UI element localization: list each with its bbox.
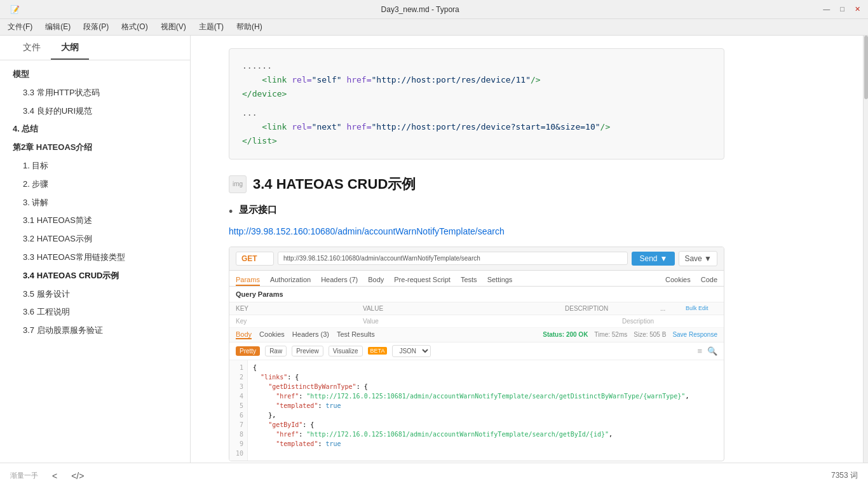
- tab-auth[interactable]: Authorization: [270, 273, 311, 286]
- tab-params[interactable]: Params: [236, 273, 260, 286]
- code-line-list-close: </list>: [242, 134, 711, 148]
- url-input[interactable]: http://39.98.152.160:10680/admin/account…: [278, 252, 628, 265]
- code-spacer: [242, 101, 711, 106]
- menu-theme[interactable]: 主题(T): [194, 20, 229, 34]
- content-link-postman[interactable]: http://39.98.152.160:10680/admin/account…: [229, 226, 724, 236]
- resp-tab-headers[interactable]: Headers (3): [292, 330, 329, 339]
- menubar: 文件(F) 编辑(E) 段落(P) 格式(O) 视图(V) 主题(T) 帮助(H…: [0, 19, 868, 36]
- params-table-header: KEY VALUE DESCRIPTION ... Bulk Edit: [229, 302, 724, 315]
- response-view-bar: Pretty Raw Preview Visualize BETA JSON ≡…: [229, 342, 724, 360]
- resp-tab-body[interactable]: Body: [236, 330, 252, 339]
- code-dots: ......: [242, 59, 711, 73]
- search-icon[interactable]: 🔍: [707, 346, 717, 356]
- response-bar: Body Cookies Headers (3) Test Results St…: [229, 328, 724, 342]
- content-inner: ...... <link rel="self" href="http://hos…: [191, 36, 763, 463]
- bullet-item: • 显示接口: [229, 204, 724, 220]
- preview-btn[interactable]: Preview: [292, 346, 323, 356]
- titlebar-title: Day3_new.md - Typora: [20, 5, 820, 14]
- response-meta: Status: 200 OK Time: 52ms Size: 505 B Sa…: [543, 331, 717, 338]
- outline-item-hateoas-intro[interactable]: 3.1 HATEOAS简述: [0, 212, 190, 230]
- tab-code[interactable]: Code: [701, 273, 717, 286]
- outline-item-model[interactable]: 模型: [0, 65, 190, 84]
- watermark: 渐量一手: [10, 471, 38, 480]
- titlebar-icon: 📝: [5, 5, 20, 14]
- json-text: { "links": { "getDistinctByWarnType": { …: [248, 360, 694, 461]
- status-badge: Status: 200 OK: [543, 331, 588, 338]
- scrollbar-thumb: [864, 36, 868, 99]
- code-line-link-next: <link rel="next" href="http://host:port/…: [242, 120, 711, 134]
- maximize-button[interactable]: □: [837, 5, 847, 13]
- outline-item-http-status[interactable]: 3.3 常用HTTP状态码: [0, 84, 190, 102]
- tab-pre-request[interactable]: Pre-request Script: [394, 273, 451, 286]
- resp-tab-tests[interactable]: Test Results: [337, 330, 375, 339]
- outline-item-engineering[interactable]: 3.6 工程说明: [0, 303, 190, 322]
- outline-item-hateoas-links[interactable]: 3.3 HATEOAS常用链接类型: [0, 248, 190, 267]
- outline-item-summary[interactable]: 4. 总结: [0, 120, 190, 139]
- size-meta: Size: 505 B: [634, 331, 666, 338]
- outline-item-hateoas-example[interactable]: 3.2 HATEOAS示例: [0, 230, 190, 248]
- params-table-row: Key Value Description: [229, 315, 724, 328]
- row-desc[interactable]: Description: [622, 318, 717, 325]
- row-value[interactable]: Value: [363, 318, 622, 325]
- resp-tab-cookies[interactable]: Cookies: [259, 330, 285, 339]
- menu-view[interactable]: 视图(V): [156, 20, 191, 34]
- minimize-button[interactable]: —: [820, 5, 832, 13]
- save-arrow: ▼: [704, 254, 712, 263]
- word-wrap-icon[interactable]: ≡: [697, 346, 702, 356]
- outline-item-explain[interactable]: 3. 讲解: [0, 194, 190, 212]
- nav-code[interactable]: </>: [67, 470, 88, 482]
- tab-headers[interactable]: Headers (7): [321, 273, 358, 286]
- right-scrollbar[interactable]: [863, 36, 868, 463]
- send-arrow: ▼: [660, 254, 668, 263]
- beta-badge: BETA: [368, 347, 388, 355]
- outline-item-service-design[interactable]: 3.5 服务设计: [0, 285, 190, 304]
- outline-item-hateoas-crud[interactable]: 3.4 HATEOAS CRUD示例: [0, 267, 190, 285]
- tab-files[interactable]: 文件: [13, 36, 51, 60]
- bulk-edit[interactable]: Bulk Edit: [686, 305, 717, 312]
- outline-item-stocks[interactable]: 3.7 启动股票服务验证: [0, 322, 190, 340]
- postman-request-tabs: Params Authorization Headers (7) Body Pr…: [229, 271, 724, 287]
- tab-outline[interactable]: 大纲: [51, 36, 89, 60]
- section-icon: img: [229, 175, 247, 193]
- raw-btn[interactable]: Raw: [265, 346, 287, 356]
- bullet-dot: •: [229, 204, 233, 220]
- nav-prev[interactable]: <: [48, 470, 61, 482]
- pretty-btn[interactable]: Pretty: [236, 346, 260, 356]
- outline-item-goal[interactable]: 1. 目标: [0, 157, 190, 175]
- section-heading: img 3.4 HATEOAS CRUD示例: [229, 175, 724, 194]
- code-line-device-close: </device>: [242, 87, 711, 101]
- menu-edit[interactable]: 编辑(E): [40, 20, 76, 34]
- code-dots2: ...: [242, 106, 711, 120]
- menu-file[interactable]: 文件(F): [3, 20, 37, 34]
- save-button[interactable]: Save ▼: [679, 251, 717, 266]
- close-button[interactable]: ✕: [852, 5, 863, 13]
- tab-tests[interactable]: Tests: [461, 273, 477, 286]
- send-label: Send: [639, 254, 657, 263]
- section-title: 3.4 HATEOAS CRUD示例: [253, 175, 416, 194]
- visualize-btn[interactable]: Visualize: [329, 346, 363, 356]
- menu-format[interactable]: 格式(O): [116, 20, 153, 34]
- header-more: ...: [660, 305, 686, 312]
- method-select[interactable]: GET: [236, 252, 274, 266]
- tab-cookies[interactable]: Cookies: [665, 273, 691, 286]
- format-select[interactable]: JSON: [392, 345, 431, 357]
- main-layout: 文件 大纲 模型 3.3 常用HTTP状态码 3.4 良好的URI规范 4. 总…: [0, 36, 868, 463]
- header-key: KEY: [236, 305, 363, 312]
- send-button[interactable]: Send ▼: [632, 252, 675, 266]
- bottom-bar: 渐量一手 < </> 7353 词: [0, 463, 868, 488]
- sidebar: 文件 大纲 模型 3.3 常用HTTP状态码 3.4 良好的URI规范 4. 总…: [0, 36, 191, 463]
- header-value: VALUE: [363, 305, 565, 312]
- menu-help[interactable]: 帮助(H): [231, 20, 268, 34]
- bullet-text: 显示接口: [239, 204, 277, 216]
- row-key[interactable]: Key: [236, 318, 363, 325]
- titlebar: 📝 Day3_new.md - Typora — □ ✕: [0, 0, 868, 19]
- response-tabs: Body Cookies Headers (3) Test Results: [236, 330, 375, 339]
- save-response-btn[interactable]: Save Response: [672, 331, 717, 338]
- menu-paragraph[interactable]: 段落(P): [78, 20, 114, 34]
- outline-item-uri[interactable]: 3.4 良好的URI规范: [0, 102, 190, 121]
- save-label: Save: [684, 254, 702, 263]
- tab-settings[interactable]: Settings: [487, 273, 513, 286]
- tab-body[interactable]: Body: [368, 273, 384, 286]
- outline-item-hateoas[interactable]: 第2章 HATEOAS介绍: [0, 139, 190, 157]
- outline-item-steps[interactable]: 2. 步骤: [0, 175, 190, 194]
